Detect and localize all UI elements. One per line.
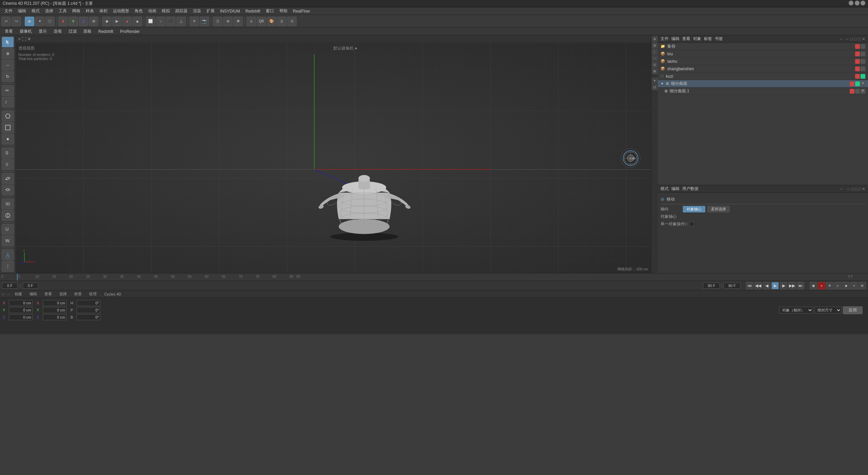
- scale-p-input[interactable]: [77, 307, 100, 313]
- apply-button[interactable]: 应用: [843, 306, 863, 314]
- close-button[interactable]: [861, 1, 865, 5]
- menu-item-13[interactable]: 渲染: [191, 7, 203, 15]
- c4[interactable]: [861, 59, 865, 64]
- anim-stop-button[interactable]: ■: [133, 17, 142, 26]
- btn-play2[interactable]: ▶: [780, 282, 787, 289]
- rec-record[interactable]: ●: [818, 282, 825, 289]
- props-tab-mode[interactable]: 模式: [660, 186, 669, 192]
- tool-3d1[interactable]: 3D: [2, 198, 14, 209]
- sub-menu-item-6[interactable]: Redshift: [96, 29, 116, 34]
- menu-item-0[interactable]: 文件: [2, 7, 15, 15]
- rph-icon5[interactable]: □: [858, 37, 861, 41]
- primitive-cube-button[interactable]: ⬜: [146, 17, 155, 26]
- rph-tags[interactable]: 标签: [704, 36, 712, 42]
- props-back-icon[interactable]: ←: [840, 187, 844, 191]
- rot-x-input[interactable]: [43, 300, 66, 306]
- menu-item-6[interactable]: 样条: [83, 7, 96, 15]
- c5[interactable]: [855, 66, 860, 71]
- tool-knife[interactable]: /: [2, 97, 14, 108]
- rph-edit[interactable]: 编辑: [671, 36, 679, 42]
- btn-next-frame[interactable]: ▶▶: [788, 282, 796, 289]
- scene-item-subdivision[interactable]: ▼ ⊞ 细分曲面 ✕: [658, 80, 868, 88]
- mograph-button[interactable]: ⊛: [223, 17, 233, 26]
- vrt-btn3[interactable]: ↕: [652, 49, 658, 55]
- coord-size-select[interactable]: 绝对尺寸 相对尺寸: [814, 307, 842, 314]
- c2[interactable]: [861, 52, 865, 56]
- menu-item-4[interactable]: 工具: [56, 7, 69, 15]
- menu-item-16[interactable]: Redshift: [243, 8, 263, 14]
- tool-scale[interactable]: ↔: [2, 60, 14, 71]
- rec-layers[interactable]: ≡: [850, 282, 858, 289]
- menu-item-19[interactable]: RealFlow: [291, 8, 312, 14]
- pi1[interactable]: ↔: [846, 187, 850, 191]
- current-frame-input2[interactable]: [23, 283, 38, 289]
- c1[interactable]: [855, 52, 860, 56]
- props-tab-edit[interactable]: 编辑: [671, 186, 679, 192]
- coord-mode-select[interactable]: 对象（相对） 对象（绝对） 世界: [779, 307, 813, 314]
- rph-icon6[interactable]: ✕: [862, 37, 865, 41]
- tool-rotate[interactable]: ↻: [2, 71, 14, 82]
- light-button[interactable]: ☀: [190, 17, 199, 26]
- pi3[interactable]: □: [855, 187, 857, 191]
- anim-play-button[interactable]: ▶: [112, 17, 122, 26]
- lock-z-button[interactable]: Z: [79, 17, 88, 26]
- rph-icon2[interactable]: ↔: [845, 37, 849, 41]
- pos-z-input[interactable]: [9, 314, 33, 320]
- pi4[interactable]: □: [859, 187, 861, 191]
- menu-item-5[interactable]: 网格: [70, 7, 83, 15]
- prop-axis-btn1[interactable]: 对象轴心: [683, 206, 705, 212]
- scene-item-laohu[interactable]: 📦 laohu: [658, 58, 868, 65]
- btn-to-start[interactable]: ⏮: [746, 282, 753, 289]
- rec-auto[interactable]: ⚙: [826, 282, 833, 289]
- prop-singleobj-checkbox[interactable]: [689, 222, 694, 226]
- c6[interactable]: [861, 66, 865, 71]
- anim-key-button[interactable]: ◆: [102, 17, 112, 26]
- mode-object-button[interactable]: ◉: [25, 17, 34, 26]
- menu-item-17[interactable]: 窗口: [263, 7, 276, 15]
- menu-item-7[interactable]: 体积: [97, 7, 110, 15]
- sub-menu-item-0[interactable]: 查看: [2, 28, 16, 35]
- scene-item-color-befen[interactable]: [855, 44, 860, 49]
- end-frame-input2[interactable]: [724, 283, 741, 289]
- sub-menu-item-3[interactable]: 选项: [51, 28, 64, 35]
- tool-poly[interactable]: [2, 111, 14, 121]
- status-texture[interactable]: 纹理: [86, 291, 99, 297]
- sub-menu-item-5[interactable]: 面板: [81, 28, 94, 35]
- qr-button[interactable]: QR: [257, 17, 266, 26]
- c12[interactable]: [850, 89, 854, 94]
- c14[interactable]: ✕: [861, 89, 865, 94]
- status-select[interactable]: 选择: [57, 291, 70, 297]
- c11[interactable]: ✕: [861, 81, 865, 86]
- menu-item-1[interactable]: 编辑: [16, 7, 28, 15]
- lock-x-button[interactable]: X: [58, 17, 68, 26]
- rph-view[interactable]: 查看: [682, 36, 690, 42]
- anim-record-button[interactable]: ●: [122, 17, 132, 26]
- current-frame-input[interactable]: [2, 283, 18, 289]
- status-cycles[interactable]: Cycles 4D: [101, 292, 124, 297]
- rec-key[interactable]: ◆: [842, 282, 850, 289]
- viewport-close-icon[interactable]: ✕: [27, 37, 31, 41]
- btn-play[interactable]: ▶: [771, 282, 779, 289]
- c9[interactable]: [850, 81, 854, 86]
- c7[interactable]: [855, 74, 860, 79]
- scene-item-expand-subdivision[interactable]: ▼: [660, 82, 664, 86]
- rot-z-input[interactable]: [43, 314, 66, 320]
- primitive-sphere-button[interactable]: ○: [156, 17, 165, 26]
- rec-marker[interactable]: ▷: [834, 282, 842, 289]
- c3[interactable]: [855, 59, 860, 64]
- menu-item-12[interactable]: 跟踪器: [173, 7, 190, 15]
- tool-paint[interactable]: ✏: [2, 85, 14, 96]
- deformer-button[interactable]: ⟨⟩: [213, 17, 222, 26]
- scene-item-shangbanshen[interactable]: 📦 shangbanshen: [658, 65, 868, 73]
- rph-icon4[interactable]: □: [854, 37, 857, 41]
- lock-y-button[interactable]: Y: [68, 17, 78, 26]
- tool-point[interactable]: [2, 134, 14, 145]
- menu-item-11[interactable]: 模拟: [159, 7, 172, 15]
- scene-item-vis-befen[interactable]: [861, 44, 865, 49]
- tool-move[interactable]: ⊕: [2, 48, 14, 59]
- vrt-btn4[interactable]: ↔: [652, 55, 658, 61]
- vrt-btn6[interactable]: ⊠: [652, 68, 658, 74]
- prop-axis-btn2[interactable]: 柔和选择: [707, 206, 730, 212]
- minimize-button[interactable]: [849, 1, 853, 5]
- rph-object[interactable]: 对象: [693, 36, 701, 42]
